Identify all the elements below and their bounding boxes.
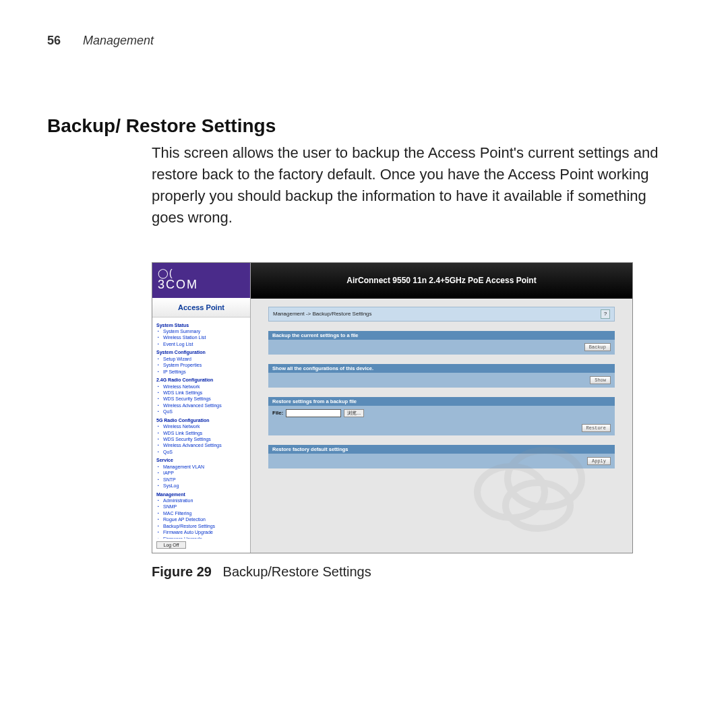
logoff-button[interactable]: Log Off (156, 541, 186, 549)
breadcrumb-bar: Management -> Backup/Restore Settings ? (268, 307, 615, 322)
nav-group-system-config: System Configuration (156, 349, 246, 355)
nav-5g-wireless-network[interactable]: Wireless Network (156, 423, 246, 429)
file-path-input[interactable] (286, 409, 341, 417)
figure-caption-text: Backup/Restore Settings (223, 564, 371, 579)
nav-system-properties[interactable]: System Properties (156, 362, 246, 368)
chapter-title: Management (83, 34, 154, 47)
nav-group-24g-radio: 2.4G Radio Configuration (156, 377, 246, 383)
nav-24g-wireless-advanced[interactable]: Wireless Advanced Settings (156, 402, 246, 408)
backup-button[interactable]: Backup (584, 343, 611, 351)
nav-firmware-auto-upgrade[interactable]: Firmware Auto Upgrade (156, 529, 246, 535)
brand-text: 3COM (158, 278, 245, 292)
nav-5g-qos[interactable]: QoS (156, 449, 246, 455)
nav-mac-filtering[interactable]: MAC Filtering (156, 510, 246, 516)
svg-point-0 (477, 466, 545, 518)
device-title-bar: AirConnect 9550 11n 2.4+5GHz PoE Access … (251, 263, 632, 299)
nav-5g-wireless-advanced[interactable]: Wireless Advanced Settings (156, 442, 246, 448)
page-number: 56 (47, 34, 61, 47)
panel-show-head: Show all the configurations of this devi… (268, 364, 615, 373)
nav-administration[interactable]: Administration (156, 497, 246, 504)
section-heading: Backup/ Restore Settings (47, 115, 681, 137)
nav-rogue-ap[interactable]: Rogue AP Detection (156, 516, 246, 522)
breadcrumb-text: Management -> Backup/Restore Settings (273, 311, 372, 317)
running-header: 56 Management (47, 34, 681, 48)
figure-caption: Figure 29 Backup/Restore Settings (152, 564, 681, 580)
nav-24g-wds-link[interactable]: WDS Link Settings (156, 390, 246, 396)
apply-button[interactable]: Apply (587, 457, 611, 465)
nav-group-service: Service (156, 457, 246, 463)
svg-point-2 (506, 483, 570, 528)
help-button[interactable]: ? (601, 309, 610, 319)
panel-show-config: Show all the configurations of this devi… (268, 364, 615, 388)
nav-iapp[interactable]: IAPP (156, 470, 246, 476)
sidebar-nav: System Status System Summary Wireless St… (152, 317, 250, 539)
nav-wireless-station-list[interactable]: Wireless Station List (156, 334, 246, 340)
nav-snmp[interactable]: SNMP (156, 504, 246, 510)
panel-factory-default: Restore factory default settings Apply (268, 445, 615, 468)
main-area: AirConnect 9550 11n 2.4+5GHz PoE Access … (251, 263, 632, 553)
nav-24g-qos[interactable]: QoS (156, 408, 246, 415)
figure-screenshot: ◯( 3COM Access Point System Status Syste… (152, 262, 633, 553)
panel-restore-head: Restore settings from a backup file (268, 397, 615, 406)
file-row: File: 浏览... (272, 409, 364, 417)
nav-event-log-list[interactable]: Event Log List (156, 341, 246, 347)
nav-group-system-status: System Status (156, 322, 246, 328)
show-button[interactable]: Show (590, 376, 611, 384)
sidebar: ◯( 3COM Access Point System Status Syste… (152, 263, 251, 553)
nav-5g-wds-link[interactable]: WDS Link Settings (156, 430, 246, 436)
figure-label: Figure 29 (152, 564, 212, 579)
restore-button[interactable]: Restore (582, 424, 611, 432)
panel-backup-head: Backup the current settings to a file (268, 331, 615, 340)
content-area: Management -> Backup/Restore Settings ? … (251, 299, 632, 553)
panel-backup: Backup the current settings to a file Ba… (268, 331, 615, 355)
nav-management-vlan[interactable]: Management VLAN (156, 464, 246, 470)
nav-sntp[interactable]: SNTP (156, 477, 246, 483)
panel-restore-file: Restore settings from a backup file File… (268, 397, 615, 435)
nav-system-summary[interactable]: System Summary (156, 328, 246, 334)
nav-24g-wds-security[interactable]: WDS Security Settings (156, 396, 246, 402)
brand-ring-icon: ◯( (158, 268, 245, 278)
section-body: This screen allows the user to backup th… (152, 142, 664, 229)
brand-logo: ◯( 3COM (152, 263, 250, 298)
nav-ip-settings[interactable]: IP Settings (156, 369, 246, 375)
nav-setup-wizard[interactable]: Setup Wizard (156, 356, 246, 362)
nav-firmware-upgrade[interactable]: Firmware Upgrade (156, 536, 246, 539)
nav-syslog[interactable]: SysLog (156, 483, 246, 489)
file-label: File: (272, 410, 283, 416)
sidebar-title: Access Point (152, 298, 250, 317)
nav-24g-wireless-network[interactable]: Wireless Network (156, 384, 246, 390)
panel-factory-head: Restore factory default settings (268, 445, 615, 454)
nav-5g-wds-security[interactable]: WDS Security Settings (156, 436, 246, 442)
nav-backup-restore[interactable]: Backup/Restore Settings (156, 523, 246, 529)
nav-group-5g-radio: 5G Radio Configuration (156, 417, 246, 423)
browse-button[interactable]: 浏览... (344, 409, 364, 417)
nav-group-management: Management (156, 491, 246, 497)
